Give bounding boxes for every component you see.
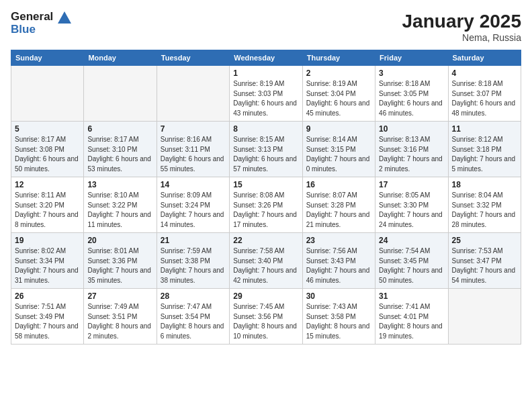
table-row: 1Sunrise: 8:19 AMSunset: 3:03 PMDaylight… [230, 66, 302, 122]
day-number: 29 [233, 291, 298, 301]
table-row: 5Sunrise: 8:17 AMSunset: 3:08 PMDaylight… [11, 122, 84, 177]
day-number: 9 [306, 124, 371, 134]
day-number: 14 [161, 180, 226, 189]
logo-content: General Blue [11, 11, 71, 36]
day-number: 21 [161, 236, 226, 245]
day-number: 20 [87, 236, 152, 245]
header-wednesday: Wednesday [230, 50, 302, 66]
day-info: Sunrise: 8:11 AMSunset: 3:20 PMDaylight:… [15, 191, 80, 230]
day-info: Sunrise: 7:43 AMSunset: 3:58 PMDaylight:… [306, 302, 371, 341]
table-row: 16Sunrise: 8:07 AMSunset: 3:28 PMDayligh… [302, 177, 375, 233]
header-tuesday: Tuesday [157, 50, 229, 66]
day-info: Sunrise: 8:15 AMSunset: 3:13 PMDaylight:… [233, 135, 298, 174]
location: Nema, Russia [402, 32, 521, 43]
day-number: 15 [233, 180, 298, 189]
day-info: Sunrise: 8:07 AMSunset: 3:28 PMDaylight:… [306, 191, 371, 230]
day-info: Sunrise: 7:56 AMSunset: 3:43 PMDaylight:… [306, 246, 371, 285]
header-sunday: Sunday [11, 50, 84, 66]
day-info: Sunrise: 8:01 AMSunset: 3:36 PMDaylight:… [87, 246, 152, 285]
table-row: 15Sunrise: 8:08 AMSunset: 3:26 PMDayligh… [230, 177, 302, 233]
day-info: Sunrise: 8:10 AMSunset: 3:22 PMDaylight:… [87, 191, 152, 230]
day-number: 13 [87, 180, 152, 189]
title-block: January 2025 Nema, Russia [402, 11, 521, 43]
day-number: 3 [379, 68, 444, 78]
day-info: Sunrise: 8:14 AMSunset: 3:15 PMDaylight:… [306, 135, 371, 174]
table-row: 20Sunrise: 8:01 AMSunset: 3:36 PMDayligh… [84, 233, 157, 289]
day-info: Sunrise: 7:59 AMSunset: 3:38 PMDaylight:… [161, 246, 226, 285]
day-info: Sunrise: 7:49 AMSunset: 3:51 PMDaylight:… [87, 302, 152, 341]
table-row: 24Sunrise: 7:54 AMSunset: 3:45 PMDayligh… [375, 233, 448, 289]
day-number: 24 [379, 236, 444, 245]
table-row [11, 66, 84, 122]
day-number: 12 [15, 180, 80, 189]
day-info: Sunrise: 7:54 AMSunset: 3:45 PMDaylight:… [379, 246, 444, 285]
day-info: Sunrise: 8:12 AMSunset: 3:18 PMDaylight:… [452, 135, 517, 174]
day-number: 19 [15, 236, 80, 245]
day-info: Sunrise: 7:53 AMSunset: 3:47 PMDaylight:… [452, 246, 517, 285]
table-row: 26Sunrise: 7:51 AMSunset: 3:49 PMDayligh… [11, 289, 84, 345]
header-friday: Friday [375, 50, 448, 66]
table-row: 31Sunrise: 7:41 AMSunset: 4:01 PMDayligh… [375, 289, 448, 345]
calendar-week-row: 1Sunrise: 8:19 AMSunset: 3:03 PMDaylight… [11, 66, 521, 122]
header-saturday: Saturday [448, 50, 521, 66]
day-number: 17 [379, 180, 444, 189]
day-info: Sunrise: 8:02 AMSunset: 3:34 PMDaylight:… [15, 246, 80, 285]
day-info: Sunrise: 8:16 AMSunset: 3:11 PMDaylight:… [161, 135, 226, 174]
logo-icon [58, 11, 71, 24]
day-number: 5 [15, 124, 80, 134]
table-row: 11Sunrise: 8:12 AMSunset: 3:18 PMDayligh… [448, 122, 521, 177]
table-row: 10Sunrise: 8:13 AMSunset: 3:16 PMDayligh… [375, 122, 448, 177]
day-number: 28 [161, 291, 226, 301]
table-row: 30Sunrise: 7:43 AMSunset: 3:58 PMDayligh… [302, 289, 375, 345]
table-row: 6Sunrise: 8:17 AMSunset: 3:10 PMDaylight… [84, 122, 157, 177]
day-number: 6 [87, 124, 152, 134]
svg-marker-0 [58, 11, 71, 24]
table-row: 17Sunrise: 8:05 AMSunset: 3:30 PMDayligh… [375, 177, 448, 233]
day-number: 11 [452, 124, 517, 134]
day-number: 18 [452, 180, 517, 189]
day-number: 10 [379, 124, 444, 134]
table-row: 21Sunrise: 7:59 AMSunset: 3:38 PMDayligh… [157, 233, 229, 289]
table-row: 12Sunrise: 8:11 AMSunset: 3:20 PMDayligh… [11, 177, 84, 233]
table-row: 22Sunrise: 7:58 AMSunset: 3:40 PMDayligh… [230, 233, 302, 289]
header: General Blue January 2025 Nema, Russia [11, 11, 521, 43]
table-row: 23Sunrise: 7:56 AMSunset: 3:43 PMDayligh… [302, 233, 375, 289]
day-info: Sunrise: 8:05 AMSunset: 3:30 PMDaylight:… [379, 191, 444, 230]
day-number: 30 [306, 291, 371, 301]
table-row: 28Sunrise: 7:47 AMSunset: 3:54 PMDayligh… [157, 289, 229, 345]
day-number: 22 [233, 236, 298, 245]
table-row: 8Sunrise: 8:15 AMSunset: 3:13 PMDaylight… [230, 122, 302, 177]
day-number: 23 [306, 236, 371, 245]
table-row [448, 289, 521, 345]
table-row: 4Sunrise: 8:18 AMSunset: 3:07 PMDaylight… [448, 66, 521, 122]
day-info: Sunrise: 8:17 AMSunset: 3:08 PMDaylight:… [15, 135, 80, 174]
calendar-week-row: 5Sunrise: 8:17 AMSunset: 3:08 PMDaylight… [11, 122, 521, 177]
weekday-header-row: Sunday Monday Tuesday Wednesday Thursday… [11, 50, 521, 66]
day-number: 1 [233, 68, 298, 78]
day-info: Sunrise: 7:51 AMSunset: 3:49 PMDaylight:… [15, 302, 80, 341]
day-info: Sunrise: 8:19 AMSunset: 3:04 PMDaylight:… [306, 79, 371, 118]
logo-text: General Blue [11, 11, 71, 36]
day-info: Sunrise: 7:41 AMSunset: 4:01 PMDaylight:… [379, 302, 444, 341]
day-info: Sunrise: 8:08 AMSunset: 3:26 PMDaylight:… [233, 191, 298, 230]
day-info: Sunrise: 8:18 AMSunset: 3:05 PMDaylight:… [379, 79, 444, 118]
table-row: 29Sunrise: 7:45 AMSunset: 3:56 PMDayligh… [230, 289, 302, 345]
table-row: 19Sunrise: 8:02 AMSunset: 3:34 PMDayligh… [11, 233, 84, 289]
day-info: Sunrise: 8:18 AMSunset: 3:07 PMDaylight:… [452, 79, 517, 118]
table-row: 2Sunrise: 8:19 AMSunset: 3:04 PMDaylight… [302, 66, 375, 122]
table-row [157, 66, 229, 122]
day-number: 31 [379, 291, 444, 301]
day-number: 25 [452, 236, 517, 245]
day-info: Sunrise: 8:13 AMSunset: 3:16 PMDaylight:… [379, 135, 444, 174]
day-number: 8 [233, 124, 298, 134]
calendar-table: Sunday Monday Tuesday Wednesday Thursday… [11, 50, 521, 345]
day-number: 7 [161, 124, 226, 134]
calendar-week-row: 26Sunrise: 7:51 AMSunset: 3:49 PMDayligh… [11, 289, 521, 345]
calendar-week-row: 19Sunrise: 8:02 AMSunset: 3:34 PMDayligh… [11, 233, 521, 289]
calendar-week-row: 12Sunrise: 8:11 AMSunset: 3:20 PMDayligh… [11, 177, 521, 233]
table-row: 3Sunrise: 8:18 AMSunset: 3:05 PMDaylight… [375, 66, 448, 122]
header-monday: Monday [84, 50, 157, 66]
day-number: 2 [306, 68, 371, 78]
page: General Blue January 2025 Nema, Russia S… [0, 0, 532, 411]
day-info: Sunrise: 8:19 AMSunset: 3:03 PMDaylight:… [233, 79, 298, 118]
